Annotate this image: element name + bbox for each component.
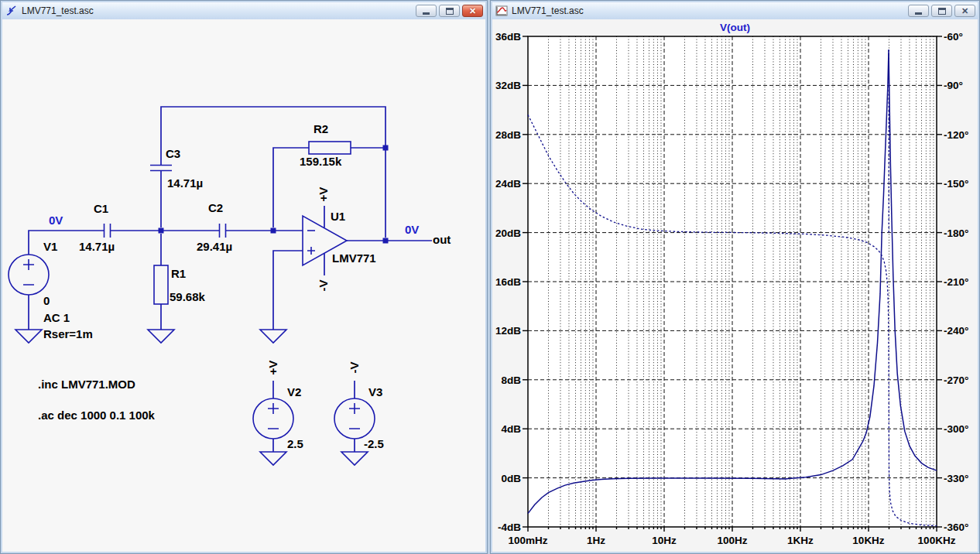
label-R2-name[interactable]: R2 [314, 123, 328, 136]
resistor-R2[interactable] [309, 142, 351, 154]
y-axis-label-right: -270° [944, 374, 968, 386]
minimize-icon [915, 12, 922, 15]
y-axis-label-left: 4dB [501, 423, 521, 435]
label-U1-model[interactable]: LMV771 [332, 252, 376, 265]
y-axis-label-right: -150° [944, 178, 968, 190]
window-controls: ✕ [908, 5, 975, 17]
y-axis-label-left: 20dB [495, 227, 521, 239]
capacitor-C2[interactable] [220, 224, 226, 238]
x-axis-label: 10Hz [652, 535, 677, 546]
y-axis-label-left: 0dB [501, 473, 521, 484]
y-axis-label-right: -240° [944, 325, 968, 337]
wires[interactable] [29, 107, 432, 452]
port-label-out[interactable]: out [433, 234, 451, 247]
label-C1-name[interactable]: C1 [94, 203, 108, 216]
voltage-source-V2[interactable] [253, 398, 293, 465]
y-axis-label-right: -180° [944, 227, 968, 239]
label-C3-name[interactable]: C3 [166, 148, 180, 161]
window-title: LMV771_test.asc [22, 5, 412, 16]
minimize-icon [423, 12, 430, 15]
maximize-icon [446, 8, 454, 15]
label-C1-value[interactable]: 14.71µ [79, 241, 115, 254]
capacitor-C3[interactable] [150, 166, 172, 171]
y-axis-label-right: -330° [944, 473, 968, 484]
label-V1-name[interactable]: V1 [43, 241, 57, 254]
y-axis-label-right: -90° [944, 80, 963, 91]
x-axis-label: 1Hz [587, 535, 605, 546]
label-V3-rail[interactable]: -V [343, 356, 366, 379]
schematic-drawing[interactable] [2, 19, 485, 552]
voltage-source-V3[interactable] [334, 398, 375, 465]
ground-symbol[interactable] [260, 330, 286, 343]
x-axis-label: 10KHz [852, 535, 885, 546]
x-axis-label: 1KHz [787, 535, 814, 546]
y-axis-label-left: 32dB [495, 80, 521, 91]
label-C2-value[interactable]: 29.41µ [197, 241, 232, 254]
minimize-button[interactable] [908, 5, 929, 17]
directive-include[interactable]: .inc LMV771.MOD [38, 378, 135, 392]
label-V1-rser[interactable]: Rser=1m [43, 328, 93, 341]
x-axis-label: 100Hz [717, 535, 747, 546]
label-U1-vplus[interactable]: +V [312, 183, 335, 206]
label-C3-value[interactable]: 14.71µ [167, 177, 203, 190]
maximize-icon [938, 8, 946, 15]
y-axis-label-left: 12dB [495, 325, 521, 337]
y-axis-label-left: 8dB [501, 374, 521, 386]
plot-svg[interactable]: 36dB32dB28dB24dB20dB16dB12dB8dB4dB0dB-4d… [492, 19, 978, 552]
label-V3-value[interactable]: -2.5 [364, 438, 384, 451]
x-axis-label: 100KHz [918, 535, 956, 546]
net-label-input[interactable]: 0V [49, 214, 63, 227]
ltspice-waveform-icon [495, 5, 508, 17]
x-axis-label: 100mHz [508, 535, 547, 546]
window-controls: ✕ [416, 5, 483, 17]
label-V3-name[interactable]: V3 [368, 386, 382, 399]
label-U1-vminus[interactable]: -V [312, 274, 335, 297]
window-title: LMV771_test.asc [512, 5, 904, 16]
label-V1-ac[interactable]: AC 1 [43, 312, 70, 325]
close-icon: ✕ [961, 7, 968, 15]
y-axis-label-left: -4dB [498, 522, 521, 533]
label-R1-name[interactable]: R1 [171, 268, 186, 281]
label-V2-rail[interactable]: +V [262, 356, 285, 379]
schematic-titlebar[interactable]: LMV771_test.asc ✕ [2, 2, 485, 19]
capacitor-C1[interactable] [105, 224, 111, 238]
y-axis-label-left: 16dB [495, 276, 521, 288]
waveform-window: LMV771_test.asc ✕ V(out) 36dB32dB28dB24d… [490, 0, 980, 554]
minimize-button[interactable] [416, 5, 437, 17]
directive-ac-analysis[interactable]: .ac dec 1000 0.1 100k [38, 409, 155, 422]
label-R1-value[interactable]: 59.68k [170, 291, 205, 304]
close-button[interactable]: ✕ [462, 5, 483, 17]
label-U1-name[interactable]: U1 [331, 210, 345, 224]
close-icon: ✕ [469, 7, 476, 15]
schematic-window: LMV771_test.asc ✕ [0, 0, 488, 554]
y-axis-label-right: -210° [944, 276, 968, 288]
y-axis-label-right: -60° [944, 31, 963, 43]
net-label-output[interactable]: 0V [405, 224, 419, 237]
ltspice-schematic-icon [5, 5, 18, 17]
waveform-titlebar[interactable]: LMV771_test.asc ✕ [492, 2, 978, 19]
y-axis-label-left: 36dB [495, 31, 521, 43]
label-R2-value[interactable]: 159.15k [300, 156, 341, 169]
y-axis-label-left: 24dB [495, 178, 521, 190]
resistor-R1[interactable] [148, 265, 174, 343]
label-V2-value[interactable]: 2.5 [287, 438, 303, 451]
y-axis-label-left: 28dB [495, 129, 521, 141]
label-V2-name[interactable]: V2 [287, 386, 301, 399]
label-C2-name[interactable]: C2 [208, 202, 223, 215]
close-button[interactable]: ✕ [954, 5, 975, 17]
y-axis-label-right: -120° [944, 129, 968, 141]
maximize-button[interactable] [439, 5, 460, 17]
maximize-button[interactable] [931, 5, 952, 17]
waveform-pane[interactable]: V(out) 36dB32dB28dB24dB20dB16dB12dB8dB4d… [492, 19, 978, 552]
y-axis-label-right: -300° [944, 423, 968, 435]
y-axis-label-right: -360° [944, 522, 968, 533]
schematic-canvas[interactable]: 0V V1 0 AC 1 Rser=1m C1 14.71µ C3 14.71µ… [2, 19, 485, 552]
label-V1-value[interactable]: 0 [43, 295, 50, 308]
